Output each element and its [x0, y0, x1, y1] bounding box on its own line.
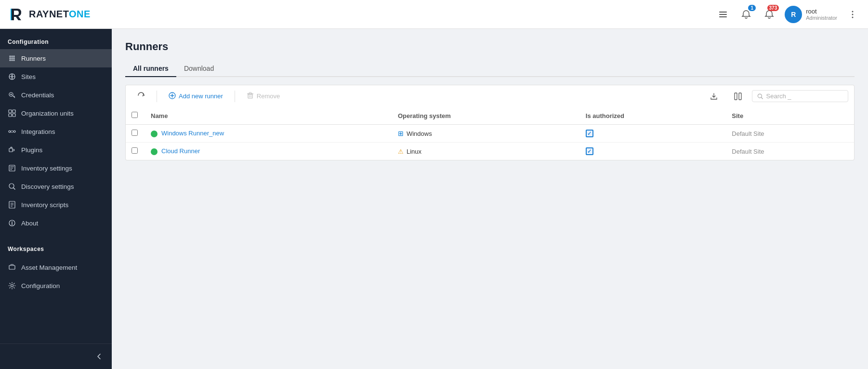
toolbar-right — [704, 90, 848, 103]
user-info[interactable]: R root Administrator — [785, 6, 837, 23]
authorized-check: ✓ — [586, 130, 593, 137]
sidebar-item-asset-management[interactable]: Asset Management — [0, 258, 112, 277]
svg-rect-21 — [9, 265, 15, 269]
table-container: Name Operating system Is authorized Site… — [125, 107, 855, 160]
sidebar-item-runners-label: Runners — [21, 55, 46, 62]
row-auth-0: ✓ — [580, 125, 726, 143]
toolbar: Add new runner Remove — [125, 85, 855, 107]
sidebar-item-integrations[interactable]: Integrations — [0, 122, 112, 141]
svg-rect-3 — [719, 16, 727, 17]
notifications-btn[interactable]: 1 — [738, 7, 754, 22]
org-units-icon — [8, 109, 16, 118]
tabs: All runners Download — [125, 61, 855, 77]
refresh-btn[interactable] — [132, 89, 151, 103]
row-checkbox-0 — [126, 125, 145, 143]
svg-rect-16 — [9, 148, 13, 152]
select-all-checkbox[interactable] — [132, 112, 138, 118]
svg-rect-25 — [248, 94, 252, 98]
svg-point-4 — [852, 11, 854, 12]
sidebar-item-plugins[interactable]: Plugins — [0, 141, 112, 159]
svg-rect-24 — [247, 93, 253, 94]
inventory-scripts-icon — [8, 200, 16, 209]
svg-point-6 — [852, 16, 854, 18]
runner-name-link[interactable]: Windows Runner_new — [161, 130, 224, 137]
sidebar-item-credentials[interactable]: Credentials — [0, 86, 112, 104]
more-options-btn[interactable] — [845, 7, 860, 22]
export-btn[interactable] — [704, 90, 724, 103]
row-checkbox-1 — [126, 143, 145, 160]
sites-icon — [8, 72, 16, 81]
table-row: Windows Runner_new⊞Windows✓Default Site — [126, 125, 854, 143]
sidebar-item-inventory-settings[interactable]: Inventory settings — [0, 159, 112, 177]
user-name: root — [806, 8, 837, 15]
svg-rect-2 — [719, 14, 727, 15]
credentials-icon — [8, 91, 16, 99]
columns-btn[interactable] — [728, 90, 748, 103]
main-layout: Configuration Runners Sites — [0, 29, 868, 369]
add-runner-icon — [169, 92, 176, 101]
svg-point-5 — [852, 13, 854, 15]
sidebar-item-about[interactable]: About — [0, 214, 112, 232]
sidebar-item-inventory-scripts[interactable]: Inventory scripts — [0, 196, 112, 214]
header-checkbox-col — [126, 107, 145, 125]
runners-icon — [8, 54, 16, 63]
row-auth-1: ✓ — [580, 143, 726, 160]
configuration-icon — [8, 281, 16, 290]
runners-table: Name Operating system Is authorized Site… — [126, 107, 854, 160]
os-label: Windows — [407, 130, 432, 137]
table-header-row: Name Operating system Is authorized Site — [126, 107, 854, 125]
alerts-btn[interactable]: 373 — [762, 7, 777, 22]
search-input[interactable] — [766, 92, 843, 100]
sidebar-item-inventory-settings-label: Inventory settings — [21, 165, 72, 172]
inventory-settings-icon — [8, 164, 16, 172]
sidebar-item-sites[interactable]: Sites — [0, 67, 112, 86]
row-name-1: Cloud Runner — [145, 143, 392, 160]
menu-icon-btn[interactable] — [715, 7, 731, 22]
sidebar-item-configuration-workspace-label: Configuration — [21, 282, 60, 290]
sidebar-item-integrations-label: Integrations — [21, 128, 55, 135]
notifications-badge: 1 — [748, 5, 756, 11]
toolbar-divider-2 — [235, 91, 235, 102]
tab-all-runners[interactable]: All runners — [125, 61, 176, 77]
sidebar-item-sites-label: Sites — [21, 73, 36, 80]
header-os: Operating system — [392, 107, 580, 125]
refresh-icon — [137, 92, 145, 101]
alerts-badge: 373 — [767, 5, 779, 11]
user-role: Administrator — [806, 15, 837, 21]
row-select-0[interactable] — [132, 130, 138, 136]
header-site: Site — [726, 107, 854, 125]
svg-point-14 — [9, 131, 11, 132]
svg-rect-11 — [13, 110, 15, 113]
sidebar-item-runners[interactable]: Runners — [0, 49, 112, 67]
svg-rect-13 — [13, 114, 15, 117]
sidebar-item-organization-units[interactable]: Organization units — [0, 104, 112, 122]
sidebar-item-credentials-label: Credentials — [21, 92, 54, 99]
remove-btn[interactable]: Remove — [241, 90, 286, 103]
sidebar-section-configuration: Configuration — [0, 29, 112, 49]
tab-download[interactable]: Download — [176, 61, 222, 77]
table-row: Cloud Runner⚠Linux✓Default Site — [126, 143, 854, 160]
sidebar-item-discovery-settings[interactable]: Discovery settings — [0, 177, 112, 196]
add-runner-btn[interactable]: Add new runner — [163, 90, 229, 103]
content: Runners All runners Download — [112, 29, 868, 369]
row-select-1[interactable] — [132, 147, 138, 154]
svg-rect-26 — [735, 93, 737, 100]
logo-icon — [8, 6, 25, 23]
runner-name-link[interactable]: Cloud Runner — [161, 147, 200, 155]
sidebar-section-workspaces: Workspaces — [8, 246, 104, 256]
sidebar-collapse-btn[interactable] — [94, 352, 104, 361]
sidebar-item-about-label: About — [21, 220, 38, 227]
linux-icon: ⚠ — [398, 148, 404, 155]
header-right: 1 373 R root Administrator — [715, 6, 860, 23]
header: RAYNETONE 1 373 R — [0, 0, 868, 29]
os-label: Linux — [407, 148, 421, 155]
svg-point-15 — [13, 131, 15, 132]
status-dot — [151, 131, 158, 137]
integrations-icon — [8, 127, 16, 136]
about-icon — [8, 219, 16, 227]
add-runner-label: Add new runner — [179, 92, 223, 100]
logo: RAYNETONE — [8, 6, 91, 23]
header-name: Name — [145, 107, 392, 125]
sidebar-item-configuration-workspace[interactable]: Configuration — [0, 277, 112, 295]
row-os-0: ⊞Windows — [392, 125, 580, 143]
